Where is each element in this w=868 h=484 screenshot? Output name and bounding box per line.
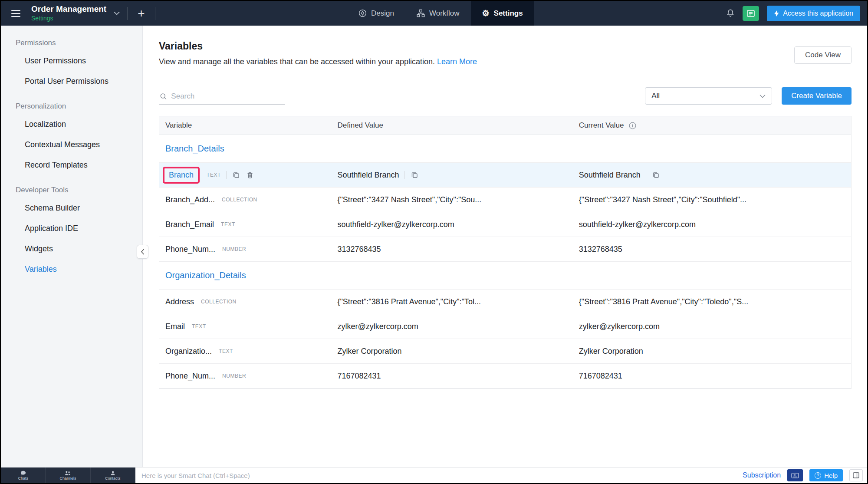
topbar-nav: Design Workflow ⚙ Settings — [347, 1, 534, 26]
gear-icon: ⚙ — [482, 9, 490, 17]
divider — [404, 171, 405, 179]
tab-workflow[interactable]: Workflow — [405, 1, 471, 26]
access-application-button[interactable]: Access this application — [767, 6, 860, 21]
sidebar-item-contextual-messages[interactable]: Contextual Messages — [1, 135, 142, 155]
list-card-icon — [747, 10, 755, 17]
design-icon — [358, 9, 367, 17]
sidebar-item-widgets[interactable]: Widgets — [1, 239, 142, 259]
variable-row[interactable]: Branch_EmailTEXTsouthfield-zylker@zylker… — [159, 212, 851, 237]
learn-more-link[interactable]: Learn More — [437, 57, 477, 66]
keyboard-icon — [791, 473, 799, 478]
sidebar-heading: Permissions — [1, 39, 142, 47]
sidebar-item-record-templates[interactable]: Record Templates — [1, 155, 142, 175]
person-icon — [110, 471, 115, 476]
app-switcher-chevron-button[interactable] — [112, 10, 122, 17]
topbar-left: Order Management Settings + — [1, 1, 155, 26]
copy-variable-button[interactable] — [232, 171, 240, 179]
side-panel-toggle-button[interactable] — [849, 469, 863, 481]
tab-settings[interactable]: ⚙ Settings — [471, 1, 534, 26]
sidebar-section-developer-tools: Developer Tools Schema Builder Applicati… — [1, 186, 142, 280]
delete-variable-button[interactable] — [246, 171, 254, 180]
subscription-link[interactable]: Subscription — [743, 471, 781, 479]
variable-group-row: Organization_Details — [159, 262, 851, 290]
sidebar-item-application-ide[interactable]: Application IDE — [1, 218, 142, 239]
variable-type-label: TEXT — [221, 221, 235, 227]
current-value: {"Street":"3427 Nash Street","City":"Sou… — [579, 195, 746, 204]
dock-item-channels[interactable]: Channels — [46, 468, 90, 483]
column-header-variable: Variable — [165, 121, 192, 130]
copy-defined-value-button[interactable] — [410, 171, 419, 179]
help-button[interactable]: ? Help — [809, 469, 843, 481]
variables-page: Variables View and manage all the variab… — [143, 26, 867, 467]
tab-design[interactable]: Design — [347, 1, 405, 26]
chevron-left-icon — [141, 249, 145, 255]
variable-type-label: NUMBER — [222, 373, 246, 379]
variable-group-link[interactable]: Branch_Details — [165, 144, 224, 154]
variable-name: Phone_Num... — [165, 245, 215, 254]
divider — [155, 7, 155, 20]
variable-row[interactable]: Branch_Add...COLLECTION{"Street":"3427 N… — [159, 188, 851, 212]
info-icon[interactable] — [629, 122, 636, 129]
copy-current-value-button[interactable] — [651, 171, 660, 179]
variable-row[interactable]: Phone_Num...NUMBER71670824317167082431 — [159, 364, 851, 389]
add-application-button[interactable]: + — [133, 7, 149, 20]
hamburger-menu-button[interactable] — [9, 7, 23, 20]
sidebar-item-user-permissions[interactable]: User Permissions — [1, 51, 142, 71]
defined-value: southfield-zylker@zylkercorp.com — [337, 220, 454, 229]
chevron-down-icon — [760, 94, 766, 98]
variable-type-label: COLLECTION — [201, 299, 237, 305]
sidebar-heading: Developer Tools — [1, 186, 142, 194]
dock-item-label: Contacts — [105, 476, 121, 481]
variable-row[interactable]: BranchTEXTSouthfield BranchSouthfield Br… — [159, 163, 851, 188]
variable-name: Branch_Add... — [165, 195, 215, 204]
dock-item-chats[interactable]: Chats — [1, 468, 46, 483]
code-view-button[interactable]: Code View — [794, 46, 852, 64]
chat-bubble-icon — [20, 471, 26, 476]
table-header-row: Variable Defined Value Current Value — [159, 116, 851, 135]
current-value: Zylker Corporation — [579, 347, 643, 356]
tab-workflow-label: Workflow — [429, 9, 460, 18]
current-value: zylker@zylkercorp.com — [579, 322, 660, 331]
smart-chat-input[interactable] — [141, 472, 562, 479]
app-summary-button[interactable] — [743, 6, 759, 21]
app-subtitle: Settings — [31, 15, 106, 22]
sidebar-collapse-button[interactable] — [137, 245, 148, 259]
sidebar-item-schema-builder[interactable]: Schema Builder — [1, 198, 142, 218]
create-variable-button[interactable]: Create Variable — [782, 87, 852, 105]
topbar: Order Management Settings + Design W — [1, 1, 867, 26]
notifications-button[interactable] — [726, 9, 735, 18]
keyboard-shortcuts-button[interactable] — [787, 469, 803, 481]
dock-item-contacts[interactable]: Contacts — [91, 468, 135, 483]
tab-settings-label: Settings — [494, 9, 523, 18]
variable-name: Phone_Num... — [165, 372, 215, 381]
topbar-right: Access this application — [726, 1, 867, 26]
variable-type-filter-dropdown[interactable]: All — [645, 87, 772, 105]
variable-row[interactable]: Phone_Num...NUMBER31327684353132768435 — [159, 237, 851, 262]
access-application-label: Access this application — [783, 10, 853, 17]
search-input[interactable] — [171, 92, 284, 101]
variable-group-row: Branch_Details — [159, 135, 851, 163]
sidebar-item-variables[interactable]: Variables — [1, 259, 142, 280]
divider — [646, 171, 646, 179]
sidebar-item-localization[interactable]: Localization — [1, 114, 142, 135]
footer-right: Subscription ? Help — [743, 468, 867, 483]
defined-value: zylker@zylkercorp.com — [337, 322, 418, 331]
app-title-block: Order Management Settings — [31, 5, 106, 22]
sidebar-item-portal-user-permissions[interactable]: Portal User Permissions — [1, 71, 142, 92]
variable-row[interactable]: EmailTEXTzylker@zylkercorp.comzylker@zyl… — [159, 314, 851, 339]
page-header: Variables View and manage all the variab… — [159, 40, 852, 66]
current-value: {"Street":"3816 Pratt Avenue","City":"To… — [579, 297, 748, 306]
copy-icon — [652, 171, 659, 178]
page-description: View and manage all the variables that c… — [159, 57, 477, 66]
variable-group-link[interactable]: Organization_Details — [165, 270, 246, 280]
variable-type-label: COLLECTION — [222, 197, 257, 203]
trash-icon — [247, 171, 253, 179]
column-header-defined-value: Defined Value — [337, 121, 383, 130]
tab-design-label: Design — [371, 9, 394, 18]
divider — [127, 7, 128, 20]
variables-table: Variable Defined Value Current Value Bra… — [159, 116, 852, 389]
variable-name-link[interactable]: Branch — [169, 171, 194, 179]
variable-row[interactable]: AddressCOLLECTION{"Street":"3816 Pratt A… — [159, 290, 851, 314]
defined-value: Zylker Corporation — [337, 347, 401, 356]
variable-row[interactable]: Organizatio...TEXTZylker CorporationZylk… — [159, 339, 851, 364]
